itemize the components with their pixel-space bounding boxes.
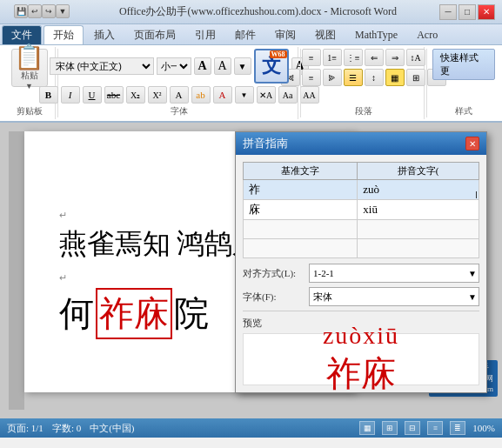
tab-acro[interactable]: Acro: [408, 25, 446, 44]
full-screen-button[interactable]: ⊞: [382, 421, 398, 435]
font-color-button[interactable]: A: [213, 86, 232, 104]
multilevel-button[interactable]: ⋮≡: [344, 49, 363, 66]
borders-button[interactable]: ⊞: [406, 69, 425, 86]
align-row: 对齐方式(L): 1-2-1 ▼: [243, 264, 479, 283]
clipboard-section: 📋 粘贴 ▼ 剪贴板: [3, 47, 56, 119]
strikethrough-button[interactable]: abc: [104, 86, 124, 104]
left-ruler: [9, 131, 24, 410]
font-section: 宋体 (中文正文) 小一 A A ▼ 文 W68 A B I U abc X₂: [60, 47, 298, 119]
table-header-base: 基准文字: [244, 163, 358, 180]
change-case-button[interactable]: Aa: [278, 86, 298, 104]
quick-styles-button[interactable]: 快速样式 更: [432, 49, 495, 80]
wen-button[interactable]: 文 W68: [254, 49, 289, 84]
quick-access-menu[interactable]: ▼: [56, 4, 70, 18]
bold-button[interactable]: B: [39, 86, 58, 104]
increase-indent-button[interactable]: ⇒: [385, 49, 405, 66]
font-grow-button[interactable]: A: [194, 57, 211, 75]
superscript-button[interactable]: X²: [148, 86, 167, 104]
font-dropdown-button[interactable]: ▼: [234, 57, 251, 75]
subscript-button[interactable]: X₂: [126, 86, 145, 104]
font-row2: B I U abc X₂ X² A ab A ▼ ✕A Aa AA: [39, 86, 319, 104]
table-row-2[interactable]: 庥 xiū: [244, 200, 479, 220]
window-action-buttons: ─ □ ✕: [439, 4, 495, 20]
tab-references[interactable]: 引用: [186, 25, 224, 44]
page-info: 页面: 1/1: [7, 422, 44, 435]
font-name-select[interactable]: 宋体 (中文正文): [50, 57, 154, 75]
font-color-dropdown[interactable]: ▼: [235, 86, 254, 104]
quick-access-save[interactable]: 💾: [14, 4, 28, 18]
font-shrink-button[interactable]: A: [214, 57, 231, 75]
tab-file[interactable]: 文件: [2, 25, 42, 44]
tab-view[interactable]: 视图: [306, 25, 345, 44]
underline-button[interactable]: U: [83, 86, 102, 104]
ribbon-toolbar: 📋 粘贴 ▼ 剪贴板 宋体 (中文正文) 小一 A A ▼ 文: [0, 45, 502, 123]
table-cell-pinyin-1[interactable]: zuò: [358, 180, 479, 200]
language: 中文(中国): [90, 422, 134, 435]
dialog-close-button[interactable]: ✕: [465, 137, 479, 150]
preview-chars: 祚庥: [326, 350, 396, 398]
tab-page-layout[interactable]: 页面布局: [125, 25, 184, 44]
tab-mathtype[interactable]: MathType: [346, 25, 406, 44]
align-select[interactable]: 1-2-1 ▼: [309, 264, 479, 283]
pinyin-dialog: 拼音指南 ✕ 基准文字 拼音文字( 祚 zuò 庥: [235, 131, 487, 393]
table-row-1[interactable]: 祚 zuò: [244, 180, 479, 200]
tab-review[interactable]: 审阅: [266, 25, 305, 44]
tab-home[interactable]: 开始: [44, 25, 84, 44]
quick-access-redo[interactable]: ↪: [42, 4, 56, 18]
maximize-button[interactable]: □: [458, 4, 476, 20]
window-controls: 💾 ↩ ↪ ▼: [7, 0, 77, 24]
minimize-button[interactable]: ─: [439, 4, 457, 20]
table-cell-pinyin-3: [358, 220, 479, 239]
zoom-level: 100%: [472, 423, 495, 433]
para-label: 段落: [355, 104, 372, 117]
tab-mailings[interactable]: 邮件: [226, 25, 264, 44]
align-right-button[interactable]: ⫸: [323, 69, 342, 86]
numbering-button[interactable]: 1≡: [323, 49, 342, 66]
bullets-button[interactable]: ≡: [302, 49, 321, 66]
title-bar: 💾 ↩ ↪ ▼ Office办公助手(www.officezhushou.com…: [0, 0, 502, 24]
sort-button[interactable]: ↕A: [406, 49, 425, 66]
line-spacing-button[interactable]: ↕: [365, 69, 384, 86]
outline-button[interactable]: ≡: [427, 421, 443, 435]
table-cell-pinyin-4: [358, 239, 479, 258]
web-layout-button[interactable]: ⊟: [405, 421, 420, 435]
dialog-title: 拼音指南: [243, 136, 288, 151]
preview-section: 预览 zuòxiū 祚庥: [243, 311, 479, 385]
tab-insert[interactable]: 插入: [85, 25, 124, 44]
align-center-button[interactable]: ≡: [302, 69, 321, 86]
para-row1: ≡ 1≡ ⋮≡ ⇐ ⇒ ↕A: [302, 49, 425, 66]
table-row-4: [244, 239, 479, 258]
font-select[interactable]: 宋体 ▼: [309, 287, 479, 306]
highlight-button[interactable]: ab: [191, 86, 211, 104]
styles-label: 样式: [455, 104, 472, 117]
align-select-arrow: ▼: [468, 269, 477, 278]
ribbon-tabs: 文件 开始 插入 页面布局 引用 邮件 审阅 视图 MathType Acro: [0, 24, 502, 45]
table-cell-char-2: 庥: [244, 200, 358, 220]
clear-formatting-button[interactable]: ✕A: [257, 86, 276, 104]
status-bar: 页面: 1/1 字数: 0 中文(中国) ▦ ⊞ ⊟ ≡ ≣ 100%: [0, 418, 502, 438]
clipboard-label: 剪贴板: [17, 104, 43, 117]
window-title: Office办公助手(www.officezhushou.com).docx -…: [77, 4, 439, 19]
text-effect-button[interactable]: A: [170, 86, 189, 104]
divider-3: [426, 49, 427, 117]
decrease-indent-button[interactable]: ⇐: [365, 49, 384, 66]
word-count: 字数: 0: [52, 422, 81, 435]
justify-button[interactable]: ☰: [344, 69, 363, 86]
print-layout-button[interactable]: ▦: [359, 421, 375, 435]
draft-button[interactable]: ≣: [450, 421, 465, 435]
quick-access-undo[interactable]: ↩: [28, 4, 42, 18]
highlighted-characters: 祚庥: [96, 288, 172, 339]
table-cell-char-1: 祚: [244, 180, 358, 200]
paste-button[interactable]: 📋 粘贴 ▼: [11, 49, 48, 87]
pinyin-table: 基准文字 拼音文字( 祚 zuò 庥 xiū: [243, 162, 479, 258]
table-cell-pinyin-2[interactable]: xiū: [358, 200, 479, 220]
font-row1: 宋体 (中文正文) 小一 A A ▼ 文 W68 A: [50, 49, 309, 84]
para-section: ≡ 1≡ ⋮≡ ⇐ ⇒ ↕A ⫷ ≡ ⫸ ☰ ↕ ▦ ⊞ ▼ 段落: [303, 47, 425, 119]
close-button[interactable]: ✕: [478, 4, 495, 20]
italic-button[interactable]: I: [61, 86, 80, 104]
preview-content: zuòxiū 祚庥: [243, 333, 479, 385]
doc-line1-text: 燕雀焉知: [59, 228, 171, 259]
font-size-select[interactable]: 小一: [157, 57, 191, 75]
shading-button[interactable]: ▦: [385, 69, 405, 86]
preview-inner: zuòxiū 祚庥: [323, 322, 399, 398]
